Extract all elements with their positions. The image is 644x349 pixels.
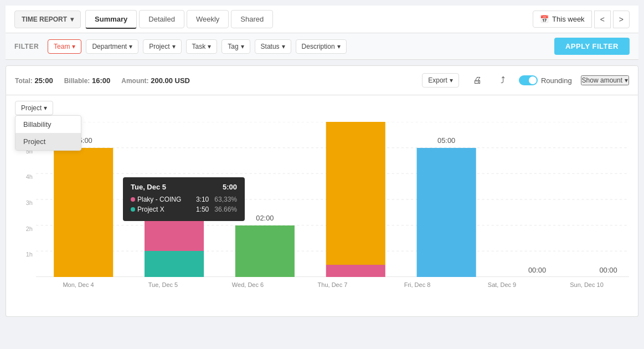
dropdown-item-billability[interactable]: Billability <box>16 116 81 133</box>
time-report-chevron: ▾ <box>70 16 74 23</box>
filter-team[interactable]: Team ▾ <box>48 39 81 54</box>
chart-svg: 05:00 05:00 02:00 06:00 05:00 00:00 00 <box>36 122 629 277</box>
x-label-sat: Sat, Dec 9 <box>460 279 544 294</box>
tab-bar-left: TIME REPORT ▾ Summary Detailed Weekly Sh… <box>14 10 275 29</box>
filter-label: FILTER <box>14 43 39 50</box>
filter-project[interactable]: Project ▾ <box>143 39 181 54</box>
x-axis: Mon, Dec 4 Tue, Dec 5 Wed, Dec 6 Thu, De… <box>36 279 629 294</box>
x-label-sun: Sun, Dec 10 <box>544 279 629 294</box>
show-amount-btn[interactable]: Show amount ▾ <box>581 75 629 85</box>
bar-wed[interactable] <box>235 225 295 277</box>
tab-summary[interactable]: Summary <box>85 10 137 29</box>
time-report-label: TIME REPORT <box>22 16 67 23</box>
task-chevron: ▾ <box>208 43 211 50</box>
x-label-mon: Mon, Dec 4 <box>36 279 121 294</box>
department-chevron: ▾ <box>129 43 132 50</box>
rounding-area: Rounding <box>519 75 572 85</box>
bar-thu-pink[interactable] <box>326 265 385 277</box>
share-btn[interactable]: ⤴ <box>496 71 510 89</box>
stats-right: Export ▾ 🖨 ⤴ Rounding Show amount ▾ <box>422 71 629 89</box>
amount-stat: Amount: 200.00 USD <box>121 76 190 85</box>
tab-bar-right: 📅 This week < > <box>533 11 630 28</box>
x-label-thu: Thu, Dec 7 <box>290 279 375 294</box>
billable-stat: Billable: 16:00 <box>64 76 111 85</box>
chart-groupby-container: Project ▾ Billability Project <box>15 101 53 115</box>
project-chevron: ▾ <box>172 43 176 50</box>
apply-filter-btn[interactable]: APPLY FILTER <box>554 38 630 55</box>
next-week-btn[interactable]: > <box>613 11 630 28</box>
svg-text:02:00: 02:00 <box>256 214 274 222</box>
dropdown-item-project[interactable]: Project <box>16 133 81 150</box>
filter-bar: FILTER Team ▾ Department ▾ Project ▾ Tas… <box>6 33 638 60</box>
svg-text:05:00: 05:00 <box>437 137 455 145</box>
app-container: TIME REPORT ▾ Summary Detailed Weekly Sh… <box>0 0 644 349</box>
filter-description[interactable]: Description ▾ <box>296 39 347 54</box>
svg-text:00:00: 00:00 <box>528 266 546 274</box>
x-label-fri: Fri, Dec 8 <box>375 279 460 294</box>
tab-bar: TIME REPORT ▾ Summary Detailed Weekly Sh… <box>6 6 638 33</box>
groupby-dropdown-menu: Billability Project <box>15 115 81 151</box>
bar-mon[interactable] <box>54 148 113 277</box>
stats-bar: Total: 25:00 Billable: 16:00 Amount: 200… <box>6 65 638 95</box>
bar-tue-teal[interactable] <box>145 251 204 277</box>
total-stat: Total: 25:00 <box>15 76 53 85</box>
filter-status[interactable]: Status ▾ <box>255 39 291 54</box>
filter-task[interactable]: Task ▾ <box>186 39 218 54</box>
calendar-icon: 📅 <box>540 15 549 23</box>
groupby-chevron: ▾ <box>44 104 47 112</box>
calendar-btn[interactable]: 📅 This week <box>533 11 592 28</box>
bar-fri[interactable] <box>417 148 476 277</box>
export-btn[interactable]: Export ▾ <box>422 73 459 88</box>
filter-department[interactable]: Department ▾ <box>86 39 138 54</box>
team-chevron: ▾ <box>72 43 75 50</box>
tab-weekly[interactable]: Weekly <box>187 10 229 28</box>
prev-week-btn[interactable]: < <box>594 11 611 28</box>
bar-thu-orange[interactable] <box>326 122 385 265</box>
chart-area: Project ▾ Billability Project 6h 5h 4h 3… <box>6 95 638 317</box>
x-label-wed: Wed, Dec 6 <box>205 279 290 294</box>
tab-shared[interactable]: Shared <box>231 10 273 28</box>
bar-chart: 6h 5h 4h 3h 2h 1h 05:00 <box>15 122 629 294</box>
x-label-tue: Tue, Dec 5 <box>121 279 205 294</box>
show-amount-chevron: ▾ <box>625 76 628 84</box>
tab-detailed[interactable]: Detailed <box>139 10 184 28</box>
filter-tag[interactable]: Tag ▾ <box>221 39 250 54</box>
print-btn[interactable]: 🖨 <box>468 71 487 89</box>
time-report-dropdown[interactable]: TIME REPORT ▾ <box>14 11 81 28</box>
rounding-toggle[interactable] <box>519 75 538 85</box>
svg-text:05:00: 05:00 <box>165 184 183 192</box>
this-week-label: This week <box>552 15 585 23</box>
svg-text:00:00: 00:00 <box>599 266 617 274</box>
export-chevron: ▾ <box>450 76 453 84</box>
tag-chevron: ▾ <box>241 43 244 50</box>
description-chevron: ▾ <box>337 43 341 50</box>
chart-groupby-btn[interactable]: Project ▾ <box>15 101 53 115</box>
status-chevron: ▾ <box>282 43 285 50</box>
